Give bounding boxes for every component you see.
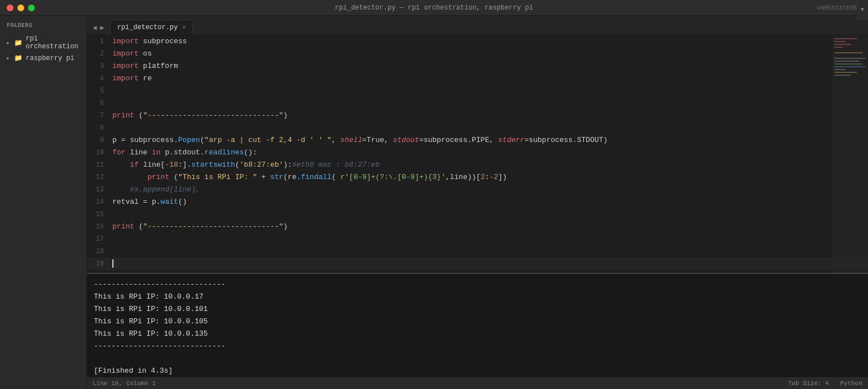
output-text: ------------------------------ This is R… xyxy=(94,278,861,377)
nav-arrows: ◀ ▶ xyxy=(92,24,105,32)
maximize-button[interactable] xyxy=(28,4,35,11)
status-bar: Line 19, Column 1 Tab Size: 4 Python xyxy=(87,377,868,389)
sidebar-item-rpi-orchestration[interactable]: ▶ 📁 rpi orchestration xyxy=(0,33,87,52)
code-line-4: 4 import re xyxy=(87,72,868,85)
output-panel: ------------------------------ This is R… xyxy=(87,273,868,377)
code-line-7: 7 print ("------------------------------… xyxy=(87,109,868,122)
tab-close-icon[interactable]: × xyxy=(183,25,186,31)
svg-rect-11 xyxy=(834,75,851,76)
svg-rect-4 xyxy=(834,52,862,53)
code-line-13: 13 #x.append(line), xyxy=(87,184,868,196)
nav-back-icon[interactable]: ◀ xyxy=(92,24,98,32)
window-controls xyxy=(7,4,35,11)
titlebar: rpi_detector.py — rpi orchestration, ras… xyxy=(0,0,868,16)
code-line-10: 10 for line in p.stdout.readlines(): xyxy=(87,147,868,159)
svg-rect-5 xyxy=(834,58,865,59)
registration-status: UNREGISTERED xyxy=(817,4,861,11)
svg-rect-8 xyxy=(834,66,865,67)
close-button[interactable] xyxy=(7,4,13,11)
svg-rect-1 xyxy=(834,41,846,42)
triangle-icon: ▶ xyxy=(7,56,10,61)
tab-dropdown-icon[interactable]: ▼ xyxy=(857,16,868,20)
minimap xyxy=(831,35,868,273)
tab-filename: rpi_detector.py xyxy=(117,24,178,31)
sidebar-item-label: rpi orchestration xyxy=(26,35,80,51)
tab-rpi-detector[interactable]: rpi_detector.py × xyxy=(110,20,193,35)
svg-rect-10 xyxy=(834,72,857,73)
code-line-5: 5 xyxy=(87,85,868,97)
code-line-1: 1 import subprocess xyxy=(87,35,868,48)
code-line-11: 11 if line[-18:].startswith('b8:27:eb'):… xyxy=(87,159,868,171)
svg-rect-3 xyxy=(834,47,843,48)
folder-icon: 📁 xyxy=(14,39,22,47)
code-line-9: 9 p = subprocess.Popen("arp -a | cut -f … xyxy=(87,134,868,147)
svg-rect-2 xyxy=(834,44,851,45)
tab-size-label[interactable]: Tab Size: 4 xyxy=(788,380,829,387)
code-line-2: 2 import os xyxy=(87,48,868,60)
code-line-12: 12 print ("This is RPi IP: " + str(re.fi… xyxy=(87,171,868,184)
code-line-3: 3 import platform xyxy=(87,60,868,72)
language-label[interactable]: Python xyxy=(840,380,862,387)
svg-rect-9 xyxy=(834,69,846,70)
tab-bar: ◀ ▶ rpi_detector.py × ▼ xyxy=(87,16,868,35)
cursor-position: Line 19, Column 1 xyxy=(93,380,156,387)
editor-area: ◀ ▶ rpi_detector.py × ▼ xyxy=(87,16,868,389)
minimize-button[interactable] xyxy=(17,4,24,11)
svg-rect-0 xyxy=(834,38,857,39)
main-area: FOLDERS ▶ 📁 rpi orchestration ▶ 📁 raspbe… xyxy=(0,16,868,389)
code-line-16: 16 print ("-----------------------------… xyxy=(87,221,868,233)
triangle-icon: ▶ xyxy=(7,40,10,45)
svg-rect-7 xyxy=(834,63,862,65)
code-line-8: 8 xyxy=(87,122,868,134)
nav-forward-icon[interactable]: ▶ xyxy=(99,24,105,32)
folders-label: FOLDERS xyxy=(0,20,87,33)
code-line-19: 19 xyxy=(87,258,868,270)
folder-icon: 📁 xyxy=(14,54,22,62)
code-line-14: 14 retval = p.wait() xyxy=(87,196,868,208)
code-line-15: 15 xyxy=(87,208,868,221)
status-right: Tab Size: 4 Python xyxy=(788,380,862,387)
code-line-17: 17 xyxy=(87,233,868,245)
window-title: rpi_detector.py — rpi orchestration, ras… xyxy=(335,4,533,12)
sidebar: FOLDERS ▶ 📁 rpi orchestration ▶ 📁 raspbe… xyxy=(0,16,87,389)
code-editor[interactable]: 1 import subprocess 2 import os 3 import… xyxy=(87,35,868,273)
sidebar-item-label: raspberry pi xyxy=(26,54,74,62)
code-line-18: 18 xyxy=(87,245,868,258)
code-line-6: 6 xyxy=(87,97,868,109)
sidebar-item-raspberry-pi[interactable]: ▶ 📁 raspberry pi xyxy=(0,52,87,64)
svg-rect-6 xyxy=(834,61,860,62)
